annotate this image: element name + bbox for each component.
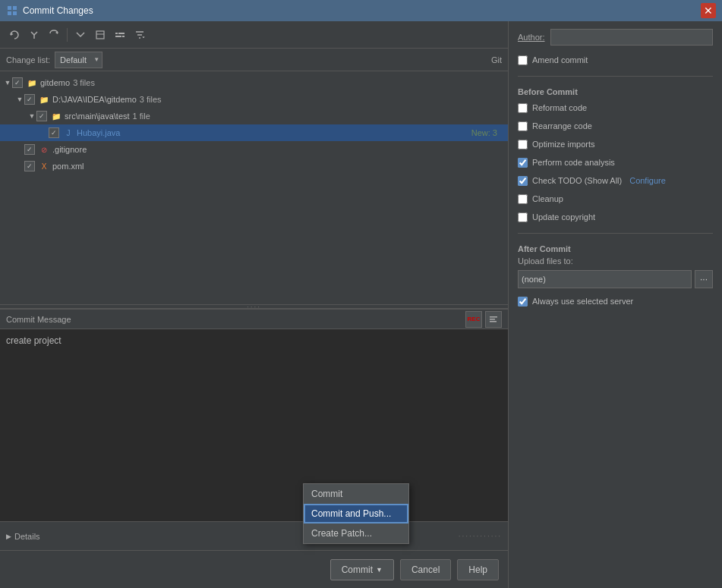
tree-item-hubayi[interactable]: ✓ J Hubayi.java New: 3 <box>0 124 508 141</box>
details-arrow[interactable]: ▶ <box>6 533 11 540</box>
perform-analysis-checkbox[interactable] <box>518 158 528 168</box>
amend-commit-checkbox[interactable] <box>518 55 528 65</box>
tree-item-pom[interactable]: ✓ X pom.xml <box>0 158 508 175</box>
before-commit-section: Before Commit Reformat code Rearrange co… <box>518 87 713 234</box>
amend-commit-label[interactable]: Amend commit <box>532 55 588 64</box>
checkbox-gitdemo[interactable]: ✓ <box>12 77 23 88</box>
author-row: Author: <box>518 29 713 46</box>
svg-rect-9 <box>115 36 121 37</box>
cleanup-checkbox[interactable] <box>518 194 528 204</box>
reformat-row: Reformat code <box>518 99 713 116</box>
commit-button[interactable]: Commit ▼ <box>330 559 394 580</box>
check-todo-checkbox[interactable] <box>518 176 528 186</box>
title-bar: Commit Changes ✕ <box>0 0 722 21</box>
java-icon-hubayi: J <box>62 127 74 138</box>
always-use-server-row: Always use selected server <box>518 293 713 310</box>
folder-icon-src: 📁 <box>50 111 62 121</box>
sort-btn[interactable] <box>131 27 148 43</box>
after-commit-title: After Commit <box>518 244 713 253</box>
tree-item-djava[interactable]: ▼ ✓ 📁 D:\JAVA\IDEA\gitdemo 3 files <box>0 91 508 108</box>
cleanup-row: Cleanup <box>518 190 713 207</box>
upload-label: Upload files to: <box>518 256 573 266</box>
svg-rect-13 <box>490 321 497 322</box>
reformat-checkbox[interactable] <box>518 103 528 113</box>
optimize-label[interactable]: Optimize imports <box>532 140 595 149</box>
svg-rect-3 <box>13 11 17 15</box>
always-use-server-label[interactable]: Always use selected server <box>532 297 633 306</box>
close-button[interactable]: ✕ <box>701 3 716 18</box>
undo-btn[interactable] <box>26 27 43 43</box>
checkbox-pom[interactable]: ✓ <box>24 161 35 171</box>
author-input[interactable] <box>550 29 713 46</box>
label-gitignore: .gitignore <box>52 145 87 154</box>
commit-message-label: Commit Message <box>6 315 71 324</box>
reformat-label[interactable]: Reformat code <box>532 103 587 112</box>
svg-rect-2 <box>8 11 11 15</box>
changelist-dropdown[interactable]: Default <box>55 52 102 68</box>
dropdown-item-commit[interactable]: Commit <box>304 484 408 504</box>
amend-commit-row: Amend commit <box>518 52 713 68</box>
file-tree: ▼ ✓ 📁 gitdemo 3 files ▼ ✓ 📁 D:\JAVA\IDEA… <box>0 71 508 304</box>
window-icon <box>6 5 18 17</box>
upload-select-more-btn[interactable]: ··· <box>695 270 713 288</box>
svg-marker-4 <box>11 33 14 36</box>
checkbox-hubayi[interactable]: ✓ <box>49 127 59 138</box>
toolbar <box>0 21 508 49</box>
left-panel: Change list: Default Git ▼ ✓ 📁 gitdemo 3… <box>0 21 509 588</box>
git-label: Git <box>491 55 502 64</box>
changelist-label: Change list: <box>6 55 50 64</box>
cleanup-label[interactable]: Cleanup <box>532 194 563 203</box>
perform-analysis-row: Perform code analysis <box>518 154 713 171</box>
arrow-djava: ▼ <box>15 96 24 103</box>
help-button[interactable]: Help <box>457 559 499 580</box>
redo-btn[interactable] <box>46 27 62 43</box>
cancel-button-label: Cancel <box>411 564 440 575</box>
checkbox-src[interactable]: ✓ <box>36 111 47 121</box>
dropdown-item-create-patch[interactable]: Create Patch... <box>304 524 408 543</box>
after-commit-section: After Commit Upload files to: (none) ···… <box>518 244 713 317</box>
svg-rect-11 <box>490 316 497 318</box>
help-button-label: Help <box>468 564 487 575</box>
rearrange-checkbox[interactable] <box>518 121 528 131</box>
always-use-server-checkbox[interactable] <box>518 297 528 307</box>
expand-btn[interactable] <box>92 27 109 43</box>
tree-item-src[interactable]: ▼ ✓ 📁 src\main\java\test 1 file <box>0 108 508 124</box>
svg-rect-12 <box>490 319 495 320</box>
rec-btn[interactable]: REC <box>465 311 482 328</box>
optimize-checkbox[interactable] <box>518 140 528 149</box>
tree-item-gitdemo[interactable]: ▼ ✓ 📁 gitdemo 3 files <box>0 74 508 91</box>
badge-src: 1 file <box>133 112 150 121</box>
changelist-bar: Change list: Default Git <box>0 49 508 71</box>
svg-rect-8 <box>118 33 125 34</box>
checkbox-gitignore[interactable]: ✓ <box>24 144 35 155</box>
update-copyright-checkbox[interactable] <box>518 212 528 222</box>
update-copyright-label[interactable]: Update copyright <box>532 212 595 222</box>
commit-button-label: Commit <box>342 564 373 575</box>
configure-link[interactable]: Configure <box>629 176 666 185</box>
settings-btn[interactable] <box>112 27 128 43</box>
upload-select[interactable]: (none) <box>518 270 692 288</box>
svg-rect-7 <box>115 33 118 34</box>
svg-rect-6 <box>96 31 104 39</box>
arrow-gitdemo: ▼ <box>3 79 12 86</box>
check-todo-label[interactable]: Check TODO (Show All) <box>532 176 622 185</box>
upload-select-wrap: (none) ··· <box>518 270 713 288</box>
commit-dropdown-arrow[interactable]: ▼ <box>376 566 383 574</box>
optimize-row: Optimize imports <box>518 136 713 153</box>
cancel-button[interactable]: Cancel <box>400 559 451 580</box>
checkbox-djava[interactable]: ✓ <box>24 94 35 105</box>
window-title: Commit Changes <box>23 5 696 16</box>
move-btn[interactable] <box>72 27 89 43</box>
rearrange-label[interactable]: Rearrange code <box>532 121 592 130</box>
toolbar-sep-1 <box>67 28 68 42</box>
update-copyright-row: Update copyright <box>518 209 713 225</box>
refresh-btn[interactable] <box>6 27 23 43</box>
new-count: New: 3 <box>471 128 503 137</box>
perform-analysis-label[interactable]: Perform code analysis <box>532 158 615 167</box>
changelist-select[interactable]: Default <box>55 52 102 68</box>
commit-message-textarea[interactable] <box>0 329 508 521</box>
label-gitdemo: gitdemo <box>40 78 70 87</box>
format-btn[interactable] <box>485 311 502 328</box>
tree-item-gitignore[interactable]: ✓ ⊘ .gitignore <box>0 141 508 158</box>
dropdown-item-commit-push[interactable]: Commit and Push... <box>304 504 408 524</box>
